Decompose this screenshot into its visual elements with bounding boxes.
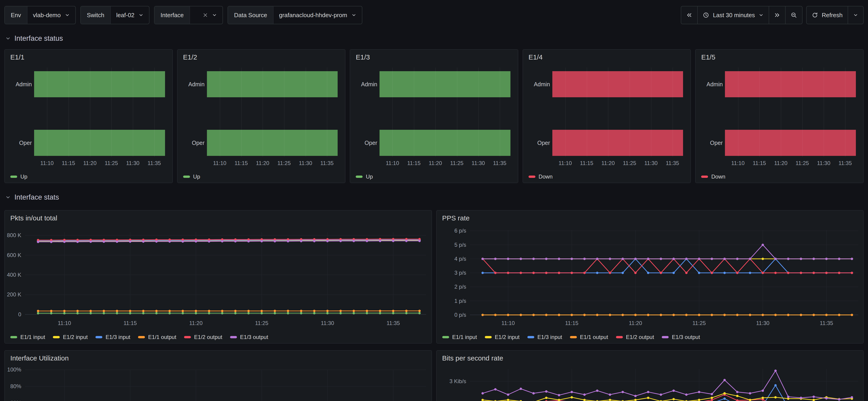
x-axis-label: 11:10 xyxy=(213,160,226,166)
datasource-select[interactable]: grafanacloud-hhdev-prom xyxy=(274,6,362,24)
legend-pill xyxy=(570,336,577,338)
panel-title-status[interactable]: E1/5 xyxy=(701,53,715,61)
x-axis-label: 11:35 xyxy=(320,160,334,166)
panel-title-pkts[interactable]: Pkts in/out total xyxy=(10,214,57,222)
legend-item-down[interactable]: Down xyxy=(701,174,725,180)
x-axis-label: 11:20 xyxy=(601,160,615,166)
legend-item-up[interactable]: Up xyxy=(356,174,373,180)
bits-panel: Bits per second rate 11:1011:1511:2011:2… xyxy=(436,350,864,401)
legend-item-e1-1-input[interactable]: E1/1 input xyxy=(10,334,45,340)
legend-item-e1-2-input[interactable]: E1/2 input xyxy=(485,334,520,340)
switch-label: Switch xyxy=(81,6,111,24)
timeline-plot[interactable]: 11:1011:1511:2011:2511:3011:35 xyxy=(379,50,510,183)
legend-item-e1-3-input[interactable]: E1/3 input xyxy=(527,334,562,340)
clear-all-icon[interactable] xyxy=(203,12,208,18)
pps-plot[interactable]: 11:1011:1511:2011:2511:3011:350 p/s1 p/s… xyxy=(437,211,863,343)
legend-item-e1-2-input[interactable]: E1/2 input xyxy=(53,334,88,340)
interface-variable-control: Interface xyxy=(154,6,223,24)
grid-line xyxy=(133,67,133,157)
legend-pill xyxy=(616,336,623,338)
section-interface-stats[interactable]: Interface stats xyxy=(5,192,864,202)
clock-icon xyxy=(703,12,709,18)
timeline-plot[interactable]: 11:1011:1511:2011:2511:3011:35 xyxy=(34,50,165,183)
pkts-plot[interactable]: 11:1011:1511:2011:2511:3011:350200 K400 … xyxy=(5,211,432,343)
panel-title-status[interactable]: E1/4 xyxy=(529,53,543,61)
chevron-down-icon xyxy=(758,12,764,18)
legend-item-e1-1-output[interactable]: E1/1 output xyxy=(138,334,176,340)
switch-select[interactable]: leaf-02 xyxy=(111,6,149,24)
timeline-plot[interactable]: 11:1011:1511:2011:2511:3011:35 xyxy=(207,50,338,183)
timeline-plot[interactable]: 11:1011:1511:2011:2511:3011:35 xyxy=(725,50,856,183)
svg-text:3 Kib/s: 3 Kib/s xyxy=(450,378,466,384)
legend-item-e1-1-input[interactable]: E1/1 input xyxy=(442,334,477,340)
panel-title-status[interactable]: E1/2 xyxy=(183,53,197,61)
legend-item-up[interactable]: Up xyxy=(183,174,200,180)
legend-pill xyxy=(183,176,190,178)
legend-item-e1-3-output[interactable]: E1/3 output xyxy=(230,334,268,340)
x-axis-label: 11:25 xyxy=(450,160,463,166)
panel-title-utilization[interactable]: Interface Utilization xyxy=(10,354,69,362)
legend-label: E1/2 input xyxy=(495,334,520,340)
grid-line xyxy=(414,67,414,157)
legend-item-e1-1-output[interactable]: E1/1 output xyxy=(570,334,608,340)
env-select[interactable]: vlab-demo xyxy=(28,6,75,24)
grid-line xyxy=(738,67,739,157)
legend-pill xyxy=(442,336,449,338)
legend: Down xyxy=(701,174,725,180)
legend: E1/1 inputE1/2 inputE1/3 inputE1/1 outpu… xyxy=(10,334,268,340)
panel-title-status[interactable]: E1/1 xyxy=(10,53,25,61)
legend-label: E1/2 output xyxy=(626,334,654,340)
grid-line xyxy=(845,67,845,157)
state-bar-down xyxy=(725,130,856,156)
x-axis-label: 11:10 xyxy=(559,160,572,166)
legend-item-up[interactable]: Up xyxy=(10,174,28,180)
x-axis-label: 11:30 xyxy=(299,160,312,166)
x-axis-label: 11:15 xyxy=(62,160,75,166)
x-axis-label: 11:15 xyxy=(407,160,421,166)
legend-pill xyxy=(527,336,534,338)
chevron-down-icon xyxy=(351,12,356,18)
x-axis-label: 11:25 xyxy=(623,160,636,166)
svg-text:11:20: 11:20 xyxy=(628,320,642,326)
legend-item-e1-3-input[interactable]: E1/3 input xyxy=(95,334,130,340)
grid-line xyxy=(154,67,155,157)
legend-pill xyxy=(662,336,669,338)
toolbar-right: Last 30 minutes Refresh xyxy=(681,6,864,24)
interface-select[interactable] xyxy=(197,6,222,24)
zoom-out-button[interactable] xyxy=(785,6,802,24)
svg-text:11:15: 11:15 xyxy=(565,320,578,326)
time-range-picker[interactable]: Last 30 minutes xyxy=(697,6,769,24)
status-panel-row: E1/1AdminOper11:1011:1511:2011:2511:3011… xyxy=(4,49,864,183)
util-plot[interactable]: 11:1011:1511:2011:2511:3011:35100%80%60% xyxy=(5,351,432,401)
datasource-variable-control: Data Source grafanacloud-hhdev-prom xyxy=(227,6,362,24)
legend-item-e1-3-output[interactable]: E1/3 output xyxy=(662,334,700,340)
svg-text:11:30: 11:30 xyxy=(756,320,769,326)
refresh-button[interactable]: Refresh xyxy=(807,6,848,24)
grid-line xyxy=(284,67,284,157)
legend-label: E1/1 output xyxy=(148,334,176,340)
legend-label: E1/3 output xyxy=(672,334,700,340)
grid-line xyxy=(435,67,436,157)
legend-item-down[interactable]: Down xyxy=(529,174,553,180)
status-panel-E1-3: E1/3AdminOper11:1011:1511:2011:2511:3011… xyxy=(350,49,518,183)
panel-title-pps[interactable]: PPS rate xyxy=(442,214,470,222)
x-axis-label: 11:10 xyxy=(731,160,744,166)
refresh-interval-button[interactable] xyxy=(848,6,863,24)
panel-title-bits[interactable]: Bits per second rate xyxy=(442,354,503,362)
time-shift-back-button[interactable] xyxy=(681,6,697,24)
svg-text:0: 0 xyxy=(18,311,21,317)
legend-item-e1-2-output[interactable]: E1/2 output xyxy=(616,334,654,340)
panel-title-status[interactable]: E1/3 xyxy=(356,53,370,61)
interface-label: Interface xyxy=(155,6,190,24)
time-shift-forward-button[interactable] xyxy=(769,6,785,24)
grid-line xyxy=(90,67,90,157)
x-axis-label: 11:15 xyxy=(753,160,766,166)
grid-line xyxy=(47,67,48,157)
grid-line xyxy=(220,67,220,157)
grid-line xyxy=(759,67,760,157)
svg-text:600 K: 600 K xyxy=(7,252,21,258)
section-interface-status[interactable]: Interface status xyxy=(5,33,864,43)
legend-item-e1-2-output[interactable]: E1/2 output xyxy=(184,334,222,340)
x-axis-label: 11:30 xyxy=(817,160,830,166)
timeline-plot[interactable]: 11:1011:1511:2011:2511:3011:35 xyxy=(552,50,683,183)
